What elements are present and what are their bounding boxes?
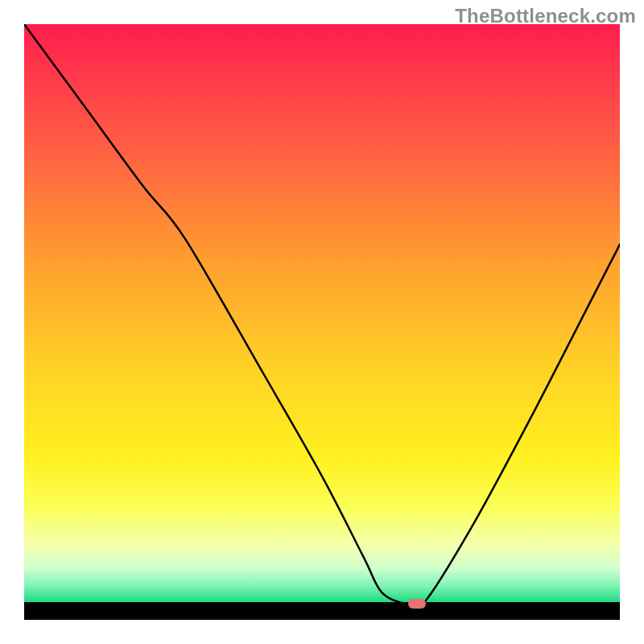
severity-gradient [24,24,620,604]
plot-frame [24,24,620,620]
trough-marker [408,599,426,609]
stage: TheBottleneck.com [0,0,644,644]
baseline [24,602,620,604]
